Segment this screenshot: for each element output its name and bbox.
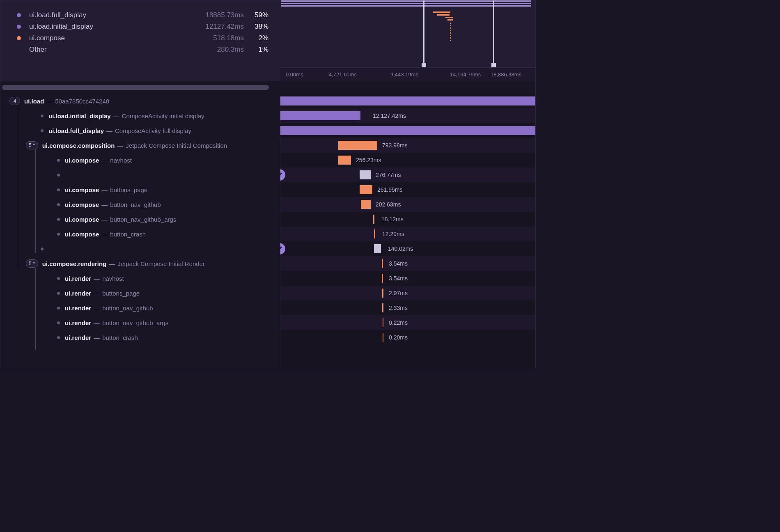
summary-row[interactable]: Other280.3ms1% bbox=[17, 46, 268, 54]
summary-row[interactable]: ui.compose518.18ms2% bbox=[17, 34, 268, 42]
tree-row[interactable]: ui.compose—buttons_page bbox=[0, 182, 280, 197]
waterfall-row[interactable]: 0.20ms bbox=[280, 330, 535, 345]
tree-row[interactable]: ui.compose—navhost bbox=[0, 153, 280, 167]
span-bar[interactable] bbox=[361, 200, 371, 209]
summary-pct: 2% bbox=[244, 34, 268, 42]
tree-row[interactable]: ui.load.initial_display—ComposeActivity … bbox=[0, 108, 280, 123]
minimap-range-handle-foot[interactable] bbox=[491, 63, 496, 67]
expand-badge[interactable]: 5 ^ bbox=[26, 141, 38, 149]
waterfall-row[interactable]: 12,127.42ms bbox=[280, 108, 535, 123]
waterfall-row[interactable]: 2.33ms bbox=[280, 300, 535, 315]
summary-pct: 38% bbox=[244, 23, 268, 31]
tree-row[interactable]: ui.compose—button_nav_github bbox=[0, 197, 280, 212]
span-desc: button_nav_github_args bbox=[110, 216, 176, 223]
span-bar[interactable] bbox=[383, 318, 383, 327]
waterfall-row[interactable] bbox=[280, 94, 535, 108]
waterfall-row[interactable]: 261.95ms bbox=[280, 182, 535, 197]
minimap-bar bbox=[445, 17, 453, 18]
span-bar[interactable] bbox=[280, 126, 535, 135]
tree-row[interactable]: 5 ^ui.compose.composition—Jetpack Compos… bbox=[0, 138, 280, 153]
span-bar[interactable] bbox=[360, 170, 371, 179]
waterfall-row[interactable]: 276.77ms bbox=[280, 167, 535, 182]
minimap-range-handle[interactable] bbox=[493, 0, 494, 67]
waterfall-row[interactable]: 12.29ms bbox=[280, 227, 535, 241]
span-bar[interactable] bbox=[338, 156, 351, 165]
filter-icon[interactable] bbox=[280, 169, 285, 181]
scrollbar-thumb[interactable] bbox=[2, 85, 269, 90]
summary-time: 12127.42ms bbox=[190, 23, 244, 31]
waterfall-row[interactable]: 3.54ms bbox=[280, 256, 535, 271]
expand-badge[interactable]: 5 ^ bbox=[26, 259, 38, 268]
tree-row[interactable]: ui.render—button_nav_github_args bbox=[0, 315, 280, 330]
tree-bullet-icon bbox=[57, 307, 60, 310]
span-name: ui.compose.rendering bbox=[42, 260, 107, 267]
span-name: ui.render bbox=[65, 334, 91, 341]
span-bar[interactable] bbox=[382, 274, 383, 283]
minimap-range-handle[interactable] bbox=[423, 0, 424, 67]
minimap-range-handle-foot[interactable] bbox=[422, 63, 426, 67]
summary-time: 18885.73ms bbox=[190, 11, 244, 19]
tree-row[interactable] bbox=[0, 241, 280, 256]
summary-row[interactable]: ui.load.full_display18885.73ms59% bbox=[17, 11, 268, 19]
span-desc: 50aa7350cc474248 bbox=[55, 98, 109, 105]
summary-row[interactable]: ui.load.initial_display12127.42ms38% bbox=[17, 23, 268, 31]
span-name: ui.render bbox=[65, 275, 91, 282]
tree-row[interactable]: ui.render—navhost bbox=[0, 271, 280, 286]
minimap[interactable]: 0.00ms4,721.60ms9,443.19ms14,164.79ms18,… bbox=[280, 0, 535, 81]
expand-badge[interactable]: 4 bbox=[9, 97, 20, 105]
tree-row[interactable]: 4ui.load—50aa7350cc474248 bbox=[0, 94, 280, 108]
waterfall-row[interactable]: 2.97ms bbox=[280, 286, 535, 300]
tree-row[interactable]: 5 ^ui.compose.rendering—Jetpack Compose … bbox=[0, 256, 280, 271]
separator: — bbox=[94, 305, 100, 312]
tree-row[interactable]: ui.render—button_nav_github bbox=[0, 300, 280, 315]
waterfall-chart[interactable]: 12,127.42ms793.98ms256.23ms276.77ms261.9… bbox=[280, 94, 535, 368]
waterfall-row[interactable]: 3.54ms bbox=[280, 271, 535, 286]
span-bar[interactable] bbox=[374, 229, 375, 238]
span-duration: 0.22ms bbox=[389, 319, 408, 326]
span-bar[interactable] bbox=[382, 303, 383, 312]
span-duration: 3.54ms bbox=[389, 260, 408, 267]
span-duration: 276.77ms bbox=[376, 172, 401, 178]
waterfall-row[interactable]: 18.12ms bbox=[280, 212, 535, 227]
span-bar[interactable] bbox=[383, 333, 383, 342]
waterfall-row[interactable]: 0.22ms bbox=[280, 315, 535, 330]
minimap-canvas[interactable] bbox=[281, 0, 535, 67]
tree-row[interactable]: ui.compose—button_crash bbox=[0, 227, 280, 241]
summary-panel: ui.load.full_display18885.73ms59%ui.load… bbox=[0, 0, 280, 81]
waterfall-row[interactable] bbox=[280, 123, 535, 138]
span-tree[interactable]: 4ui.load—50aa7350cc474248ui.load.initial… bbox=[0, 94, 280, 368]
filter-icon[interactable] bbox=[280, 243, 285, 255]
summary-pct: 59% bbox=[244, 11, 268, 19]
separator: — bbox=[94, 275, 100, 282]
tree-bullet-icon bbox=[41, 129, 44, 132]
minimap-bar bbox=[433, 11, 450, 13]
span-bar[interactable] bbox=[382, 259, 383, 268]
span-bar[interactable] bbox=[382, 289, 383, 298]
tick-label: 0.00ms bbox=[286, 71, 303, 78]
span-desc: ComposeActivity initial display bbox=[122, 112, 204, 119]
span-duration: 793.98ms bbox=[382, 142, 407, 149]
span-name: ui.render bbox=[65, 305, 91, 312]
tree-bullet-icon bbox=[57, 321, 60, 324]
tree-row[interactable] bbox=[0, 167, 280, 182]
tree-bullet-icon bbox=[57, 159, 60, 162]
span-bar[interactable] bbox=[338, 141, 377, 150]
span-bar[interactable] bbox=[280, 111, 360, 120]
summary-pct: 1% bbox=[244, 46, 268, 54]
waterfall-row[interactable]: 256.23ms bbox=[280, 153, 535, 167]
tree-row[interactable]: ui.render—button_crash bbox=[0, 330, 280, 345]
waterfall-row[interactable]: 140.02ms bbox=[280, 241, 535, 256]
span-bar[interactable] bbox=[373, 215, 374, 224]
horizontal-scrollbar[interactable] bbox=[0, 81, 535, 94]
span-bar[interactable] bbox=[360, 185, 372, 194]
span-desc: Jetpack Compose Initial Render bbox=[117, 260, 205, 267]
span-bar[interactable] bbox=[280, 96, 535, 105]
waterfall-row[interactable]: 202.63ms bbox=[280, 197, 535, 212]
tree-row[interactable]: ui.render—buttons_page bbox=[0, 286, 280, 300]
waterfall-row[interactable]: 793.98ms bbox=[280, 138, 535, 153]
summary-label: Other bbox=[24, 46, 190, 54]
span-bar[interactable] bbox=[374, 244, 381, 253]
tree-row[interactable]: ui.compose—button_nav_github_args bbox=[0, 212, 280, 227]
tree-row[interactable]: ui.load.full_display—ComposeActivity ful… bbox=[0, 123, 280, 138]
separator: — bbox=[106, 127, 112, 134]
